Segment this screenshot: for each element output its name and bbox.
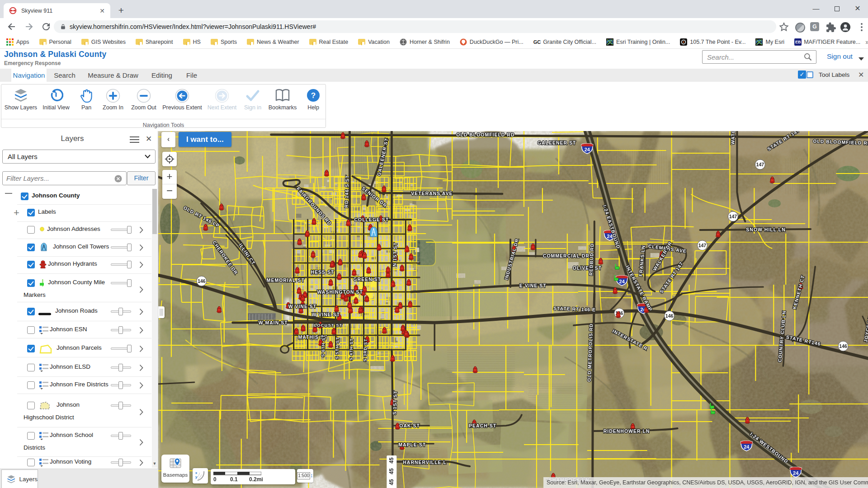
svg-text:RIDENHOWER LN: RIDENHOWER LN: [604, 429, 650, 434]
svg-text:45: 45: [388, 479, 395, 485]
svg-text:24: 24: [585, 147, 590, 152]
svg-text:E VINE ST: E VINE ST: [519, 283, 547, 288]
svg-text:146: 146: [665, 314, 674, 319]
svg-text:VETERANS AVE: VETERANS AVE: [411, 191, 453, 196]
svg-text:COMMERCIAL DR: COMMERCIAL DR: [543, 253, 590, 258]
svg-text:W VINE ST: W VINE ST: [288, 304, 317, 309]
svg-text:x: x: [195, 471, 198, 475]
svg-text:LOCUST ST: LOCUST ST: [314, 323, 343, 328]
svg-text:MEMORIAL ST: MEMORIAL ST: [267, 278, 305, 283]
svg-text:24: 24: [793, 470, 799, 476]
svg-text:S 6TH ST: S 6TH ST: [321, 334, 326, 357]
svg-text:24: 24: [744, 444, 750, 450]
svg-text:OLD BLOOMFIELD RD: OLD BLOOMFIELD RD: [456, 132, 514, 137]
svg-text:MAPLE ST: MAPLE ST: [398, 442, 426, 447]
svg-text:?: ?: [311, 91, 316, 100]
svg-text:COLLEGE ST: COLLEGE ST: [354, 217, 389, 222]
svg-text:146: 146: [198, 279, 206, 284]
svg-text:y: y: [195, 475, 198, 479]
svg-text:147: 147: [756, 162, 764, 167]
svg-text:HARNERVILLE L: HARNERVILLE L: [403, 460, 447, 465]
svg-text:S 4TH ST: S 4TH ST: [348, 338, 354, 361]
svg-text:W VINE ST: W VINE ST: [312, 312, 340, 317]
svg-text:WASHINGTON ST: WASHINGTON ST: [317, 290, 363, 295]
svg-text:OAK ST: OAK ST: [399, 423, 420, 428]
svg-text:147: 147: [698, 243, 707, 248]
svg-text:146: 146: [839, 344, 847, 349]
svg-text:45: 45: [388, 457, 395, 464]
svg-text:OLIVER ST: OLIVER ST: [573, 266, 602, 271]
svg-text:GREEN ST: GREEN ST: [353, 277, 381, 282]
svg-text:PEACH ST: PEACH ST: [469, 423, 496, 428]
svg-text:GALEENER ST: GALEENER ST: [538, 141, 576, 145]
svg-text:S 5TH ST: S 5TH ST: [335, 337, 340, 359]
svg-text:HESS ST: HESS ST: [311, 270, 335, 275]
svg-text:45: 45: [388, 468, 395, 474]
svg-text:147: 147: [729, 214, 737, 219]
svg-text:S 3RD ST: S 3RD ST: [362, 338, 368, 361]
svg-text:S 1ST ST: S 1ST ST: [392, 390, 398, 415]
svg-text:24: 24: [619, 279, 625, 284]
svg-text:SNOW HILL LN: SNOW HILL LN: [746, 227, 785, 232]
svg-text:W MAIN ST: W MAIN ST: [259, 320, 288, 325]
svg-text:N 1ST ST: N 1ST ST: [392, 242, 398, 267]
